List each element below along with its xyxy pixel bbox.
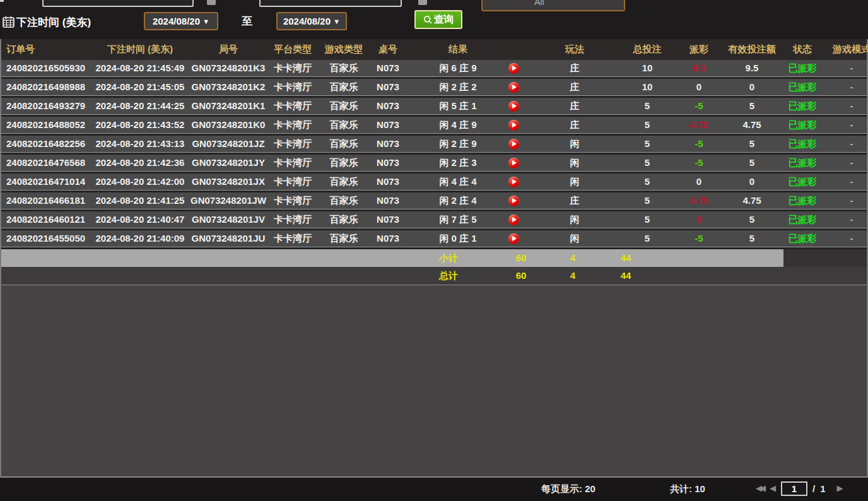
table-row[interactable]: 240820216505930 2024-08-20 21:45:49 GN07… bbox=[1, 60, 867, 79]
bet-time: 2024-08-20 21:40:09 bbox=[90, 230, 191, 247]
play-video-icon[interactable] bbox=[508, 215, 519, 225]
game-type: 百家乐 bbox=[319, 117, 368, 133]
game-mode: - bbox=[820, 155, 868, 171]
total-bet: 5 bbox=[616, 98, 679, 114]
game-type: 百家乐 bbox=[319, 98, 368, 114]
table-number: N073 bbox=[368, 230, 408, 247]
table-row[interactable]: 240820216471014 2024-08-20 21:42:00 GN07… bbox=[1, 174, 867, 192]
order-number: 240820216488052 bbox=[1, 117, 90, 133]
game-mode: - bbox=[820, 174, 868, 190]
order-number: 240820216498988 bbox=[1, 79, 90, 95]
play-video-icon[interactable] bbox=[508, 101, 519, 112]
play-video-icon[interactable] bbox=[508, 177, 519, 187]
game-type: 百家乐 bbox=[319, 211, 368, 228]
payout: 0 bbox=[679, 174, 719, 190]
bet-time: 2024-08-20 21:43:52 bbox=[90, 117, 191, 133]
page-number-input[interactable] bbox=[781, 481, 807, 496]
play-video-icon[interactable] bbox=[508, 139, 519, 150]
game-mode: - bbox=[820, 211, 868, 228]
query-button[interactable]: 查询 bbox=[414, 10, 462, 29]
date-to-select[interactable]: 2024/08/20 ▼ bbox=[276, 12, 347, 30]
date-from-select[interactable]: 2024/08/20 ▼ bbox=[144, 12, 218, 30]
valid-bet: 0 bbox=[719, 174, 785, 190]
play-video-icon[interactable] bbox=[508, 82, 519, 93]
total-bet: 5 bbox=[616, 230, 679, 247]
subtotal-row: 小计 60 4 44 bbox=[1, 249, 867, 267]
payout: -5 bbox=[679, 136, 719, 152]
total-bet: 10 bbox=[616, 60, 679, 76]
filter-input-2[interactable] bbox=[259, 0, 402, 7]
play-video-icon[interactable] bbox=[508, 63, 519, 74]
order-number: 240820216493279 bbox=[1, 98, 90, 114]
platform-type: 卡卡湾厅 bbox=[266, 174, 319, 190]
column-header-12: 游戏模式 bbox=[820, 44, 868, 56]
first-page-icon[interactable]: ◀◀ bbox=[756, 481, 763, 496]
order-number: 240820216482256 bbox=[1, 136, 90, 152]
round-number: GN073248201JW bbox=[191, 192, 266, 209]
total-bet: 5 bbox=[616, 192, 679, 209]
prev-page-icon[interactable]: ◀ bbox=[770, 481, 776, 496]
game-type: 百家乐 bbox=[319, 60, 368, 76]
game-type: 百家乐 bbox=[319, 136, 368, 152]
column-header-7: 玩法 bbox=[534, 44, 616, 56]
total-total-bet: 60 bbox=[490, 268, 553, 284]
table-row[interactable]: 240820216476568 2024-08-20 21:42:36 GN07… bbox=[1, 155, 867, 174]
table-number: N073 bbox=[368, 155, 408, 171]
table-row[interactable]: 240820216466181 2024-08-20 21:41:25 GN07… bbox=[1, 192, 867, 211]
bet-records-page: All 下注时间 (美东) 2024/08/20 ▼ 至 2024/08/20 … bbox=[0, 0, 868, 501]
play-type: 庄 bbox=[534, 60, 616, 76]
order-number: 240820216455050 bbox=[1, 230, 90, 247]
play-video-icon[interactable] bbox=[508, 233, 519, 244]
table-row[interactable]: 240820216488052 2024-08-20 21:43:52 GN07… bbox=[1, 117, 867, 136]
table-number: N073 bbox=[368, 117, 408, 133]
next-page-icon[interactable]: ▶ bbox=[837, 481, 843, 496]
platform-type: 卡卡湾厅 bbox=[266, 136, 319, 152]
table-row[interactable]: 240820216482256 2024-08-20 21:43:13 GN07… bbox=[1, 136, 867, 155]
valid-bet: 0 bbox=[719, 79, 785, 95]
game-mode: - bbox=[820, 117, 868, 133]
table-number: N073 bbox=[368, 174, 408, 190]
column-header-5: 桌号 bbox=[368, 44, 408, 56]
round-number: GN073248201JU bbox=[191, 230, 266, 247]
bet-time: 2024-08-20 21:41:25 bbox=[90, 192, 191, 209]
result-text: 闲 5 庄 1 bbox=[408, 98, 508, 114]
game-mode: - bbox=[820, 136, 868, 152]
play-type: 庄 bbox=[534, 79, 616, 95]
filter-dropdown[interactable]: All bbox=[481, 0, 625, 11]
table-row[interactable]: 240820216493279 2024-08-20 21:44:25 GN07… bbox=[1, 98, 867, 117]
column-header-4: 游戏类型 bbox=[319, 44, 368, 56]
total-bet: 5 bbox=[616, 155, 679, 171]
game-mode: - bbox=[820, 230, 868, 247]
round-number: GN073248201JZ bbox=[191, 136, 266, 152]
order-number: 240820216460121 bbox=[1, 211, 90, 228]
round-number: GN073248201JV bbox=[191, 211, 266, 228]
play-video-icon[interactable] bbox=[508, 158, 519, 168]
page-separator: / bbox=[812, 483, 815, 494]
calendar-small-icon[interactable] bbox=[418, 0, 427, 5]
calendar-small-icon[interactable] bbox=[207, 0, 216, 5]
valid-bet: 5 bbox=[719, 211, 785, 228]
column-header-8: 总投注 bbox=[616, 44, 679, 56]
status-badge: 已派彩 bbox=[785, 136, 820, 152]
chevron-down-icon: ▼ bbox=[333, 18, 340, 25]
play-video-icon[interactable] bbox=[508, 196, 519, 206]
total-payout: 4 bbox=[553, 268, 593, 284]
play-type: 闲 bbox=[534, 155, 616, 171]
valid-bet: 4.75 bbox=[719, 192, 785, 209]
valid-bet: 5 bbox=[719, 136, 785, 152]
result-text: 闲 0 庄 1 bbox=[408, 230, 508, 247]
filter-input-1[interactable] bbox=[42, 0, 194, 7]
payout: 0 bbox=[679, 79, 719, 95]
round-number: GN073248201K0 bbox=[191, 117, 266, 133]
result-text: 闲 4 庄 4 bbox=[408, 174, 508, 190]
grand-total-row: 总计 60 4 44 bbox=[1, 267, 867, 285]
order-number: 240820216466181 bbox=[1, 192, 90, 209]
table-row[interactable]: 240820216455050 2024-08-20 21:40:09 GN07… bbox=[1, 230, 867, 249]
payout: 9.5 bbox=[679, 60, 719, 76]
table-row[interactable]: 240820216460121 2024-08-20 21:40:47 GN07… bbox=[1, 211, 867, 230]
table-row[interactable]: 240820216498988 2024-08-20 21:45:05 GN07… bbox=[1, 79, 867, 98]
chevron-down-icon: ▼ bbox=[202, 18, 209, 25]
valid-bet: 5 bbox=[719, 98, 785, 114]
play-video-icon[interactable] bbox=[508, 120, 519, 131]
column-header-0: 订单号 bbox=[1, 44, 90, 56]
